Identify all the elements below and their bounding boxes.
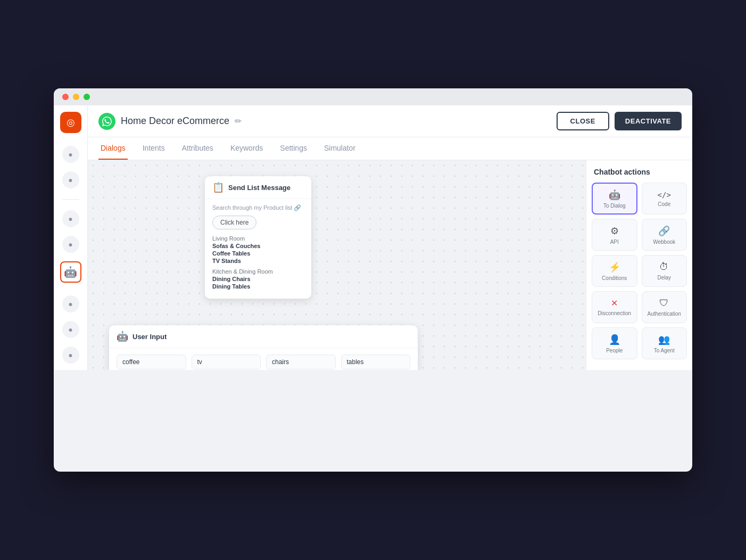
sidebar-nav-1[interactable]: ● [62,146,79,163]
action-webhook[interactable]: 🔗 Webbook [642,219,687,251]
action-authentication[interactable]: 🛡 Authentication [642,291,687,323]
canvas[interactable]: 📋 Send List Message Search through my Pr… [88,160,586,370]
tab-settings[interactable]: Settings [278,137,309,160]
list-item-tv-stands: TV Stands [212,257,304,265]
chip-coffee: coffee [117,355,186,369]
action-code[interactable]: </> Code [642,183,687,215]
sidebar-nav-4[interactable]: ● [62,236,79,253]
send-list-title: Send List Message [228,184,291,192]
whatsapp-icon [98,113,115,130]
browser-titlebar [54,88,692,105]
input-chips: coffee tv chairs tables [109,348,418,370]
sidebar-nav-5[interactable]: ● [62,295,79,312]
action-to-agent[interactable]: 👥 To Agent [642,327,687,359]
robot-icon[interactable]: 🤖 [60,261,81,283]
send-list-message-node: 📋 Send List Message Search through my Pr… [205,176,311,299]
list-item-dining-tables: Dining Tables [212,283,304,290]
auth-label: Authentication [648,311,681,317]
logo-icon: ◎ [67,117,75,128]
people-icon: 👤 [609,334,620,345]
chatbot-actions-panel: Chatbot actions 🤖 To Dialog </> Code ⚙ [586,160,692,370]
conditions-label: Conditions [602,275,627,281]
auth-icon: 🛡 [659,298,669,309]
list-item-coffee-tables: Coffee Tables [212,250,304,257]
top-bar: Home Decor eCommerce ✏ CLOSE DEACTIVATE [88,105,692,137]
delay-label: Delay [657,275,671,281]
chip-tables: tables [341,355,411,369]
sidebar-nav-7[interactable]: ● [62,347,79,364]
traffic-light-red[interactable] [62,94,69,100]
edit-icon[interactable]: ✏ [235,116,242,126]
sidebar-divider [62,199,79,200]
code-icon: </> [658,191,671,199]
chip-tv: tv [192,355,261,369]
user-input-node: 🤖 User Input coffee tv chairs tables [109,325,418,370]
actions-grid: 🤖 To Dialog </> Code ⚙ API 🔗 [592,183,687,359]
close-button[interactable]: CLOSE [557,112,609,130]
click-here-button[interactable]: Click here [212,216,256,229]
webhook-label: Webbook [653,239,675,245]
action-conditions[interactable]: ⚡ Conditions [592,255,637,287]
tab-keywords[interactable]: Keywords [228,137,265,160]
chatbot-actions-title: Chatbot actions [592,168,687,176]
top-bar-left: Home Decor eCommerce ✏ [98,113,242,130]
list-section-living-room: Living Room Sofas & Couches Coffee Table… [212,235,304,265]
tab-intents[interactable]: Intents [140,137,167,160]
sidebar-nav-3[interactable]: ● [62,210,79,227]
app-title: Home Decor eCommerce [121,116,229,127]
chip-chairs: chairs [266,355,336,369]
webhook-icon: 🔗 [658,225,670,237]
tab-dialogs[interactable]: Dialogs [98,137,128,160]
action-to-dialog[interactable]: 🤖 To Dialog [592,183,637,215]
action-people[interactable]: 👤 People [592,327,637,359]
sidebar-nav-2[interactable]: ● [62,171,79,188]
list-header-2: Kitchen & Dining Room [212,268,304,275]
deactivate-button[interactable]: DEACTIVATE [615,112,682,130]
user-input-title: User Input [132,333,167,341]
delay-icon: ⏱ [659,261,669,273]
to-agent-label: To Agent [654,348,675,353]
send-list-icon: 📋 [212,182,224,193]
api-icon: ⚙ [610,225,619,237]
to-dialog-icon: 🤖 [609,189,620,201]
traffic-light-green[interactable] [84,94,90,100]
traffic-light-yellow[interactable] [73,94,79,100]
list-item-dining-chairs: Dining Chairs [212,275,304,283]
tab-attributes[interactable]: Attributes [180,137,215,160]
to-agent-icon: 👥 [658,334,670,345]
list-header-1: Living Room [212,235,304,242]
disconnection-icon: ✕ [611,298,618,308]
sidebar-nav-6[interactable]: ● [62,321,79,338]
to-dialog-label: To Dialog [603,203,626,209]
list-section-kitchen: Kitchen & Dining Room Dining Chairs Dini… [212,268,304,290]
action-disconnection[interactable]: ✕ Disconnection [592,291,637,323]
people-label: People [606,348,623,353]
list-item-sofas: Sofas & Couches [212,242,304,250]
action-delay[interactable]: ⏱ Delay [642,255,687,287]
sidebar: ◎ ● ● ● ● 🤖 ● ● ● [54,105,88,370]
action-api[interactable]: ⚙ API [592,219,637,251]
conditions-icon: ⚡ [609,261,620,273]
api-label: API [610,239,619,245]
user-input-icon: 🤖 [117,331,128,342]
code-label: Code [658,201,670,207]
tabs: Dialogs Intents Attributes Keywords Sett… [88,137,692,160]
app-logo[interactable]: ◎ [60,112,81,133]
top-bar-right: CLOSE DEACTIVATE [557,112,682,130]
tab-simulator[interactable]: Simulator [322,137,358,160]
send-list-subtitle: Search through my Product list 🔗 [212,204,304,211]
disconnection-label: Disconnection [598,310,631,316]
